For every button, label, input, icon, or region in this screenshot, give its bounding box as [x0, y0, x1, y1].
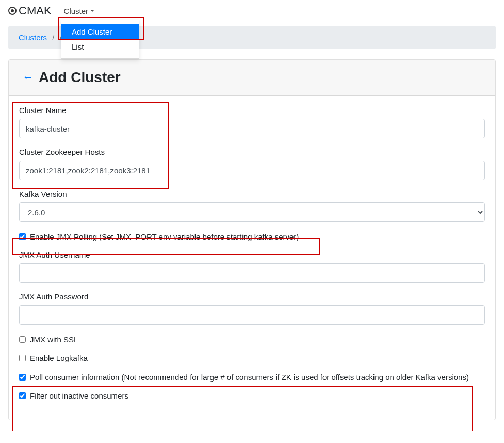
- enable-logkafka-check: Enable Logkafka: [19, 353, 485, 365]
- zk-hosts-input[interactable]: [19, 161, 485, 180]
- main-card: 🡐 Add Cluster Cluster Name Cluster Zooke…: [8, 59, 496, 420]
- brand-text: CMAK: [19, 4, 52, 18]
- enable-jmx-check: Enable JMX Polling (Set JMX_PORT env var…: [19, 231, 485, 243]
- poll-consumer-checkbox[interactable]: [19, 374, 26, 381]
- kafka-version-label: Kafka Version: [19, 189, 485, 198]
- cluster-menu-label: Cluster: [64, 7, 89, 15]
- jmx-pass-input[interactable]: [19, 305, 485, 325]
- enable-logkafka-checkbox[interactable]: [19, 355, 26, 361]
- poll-consumer-check: Poll consumer information (Not recommend…: [19, 372, 485, 384]
- cluster-name-input[interactable]: [19, 119, 485, 138]
- jmx-pass-group: JMX Auth Password: [19, 292, 485, 325]
- jmx-user-group: JMX Auth Username: [19, 250, 485, 283]
- jmx-ssl-checkbox[interactable]: [19, 336, 26, 343]
- filter-inactive-checkbox[interactable]: [19, 392, 26, 399]
- jmx-user-input[interactable]: [19, 263, 485, 283]
- brand[interactable]: CMAK: [8, 4, 52, 18]
- enable-jmx-label[interactable]: Enable JMX Polling (Set JMX_PORT env var…: [30, 231, 299, 243]
- zk-hosts-group: Cluster Zookeeper Hosts: [19, 148, 485, 180]
- poll-consumer-label[interactable]: Poll consumer information (Not recommend…: [30, 372, 469, 384]
- jmx-ssl-check: JMX with SSL: [19, 334, 485, 346]
- zk-hosts-label: Cluster Zookeeper Hosts: [19, 148, 485, 156]
- jmx-pass-label: JMX Auth Password: [19, 292, 485, 301]
- cluster-dropdown: Add Cluster List: [61, 20, 139, 59]
- breadcrumb-sep: /: [52, 33, 54, 42]
- jmx-ssl-label[interactable]: JMX with SSL: [30, 334, 78, 346]
- enable-logkafka-label[interactable]: Enable Logkafka: [30, 353, 88, 365]
- dropdown-list[interactable]: List: [61, 39, 139, 54]
- card-body: Cluster Name Cluster Zookeeper Hosts Kaf…: [9, 96, 495, 420]
- kafka-version-group: Kafka Version 2.6.0: [19, 189, 485, 222]
- back-arrow-icon[interactable]: 🡐: [24, 73, 31, 82]
- kafka-version-select[interactable]: 2.6.0: [19, 202, 485, 222]
- page-title: Add Cluster: [39, 69, 121, 86]
- cluster-name-label: Cluster Name: [19, 106, 485, 115]
- jmx-user-label: JMX Auth Username: [19, 250, 485, 259]
- cluster-name-group: Cluster Name: [19, 106, 485, 138]
- enable-jmx-checkbox[interactable]: [19, 233, 26, 240]
- dropdown-add-cluster[interactable]: Add Cluster: [61, 24, 139, 39]
- cluster-menu-toggle[interactable]: Cluster: [64, 7, 95, 15]
- navbar: CMAK Cluster Add Cluster List: [0, 0, 504, 22]
- filter-inactive-check: Filter out inactive consumers: [19, 390, 485, 402]
- chevron-down-icon: [90, 10, 94, 12]
- breadcrumb-clusters[interactable]: Clusters: [19, 33, 47, 42]
- filter-inactive-label[interactable]: Filter out inactive consumers: [30, 390, 128, 402]
- card-header: 🡐 Add Cluster: [9, 60, 495, 96]
- brand-icon: [8, 7, 17, 15]
